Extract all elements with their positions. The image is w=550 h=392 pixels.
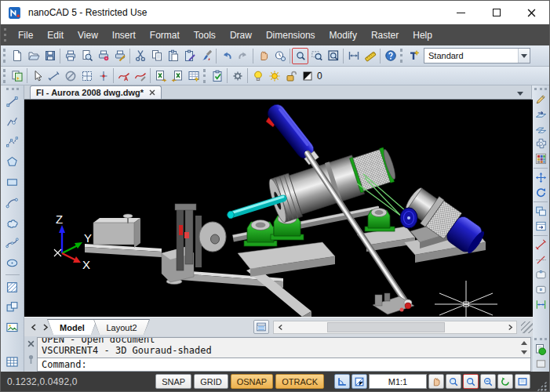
point-snap-icon[interactable] — [95, 67, 111, 84]
spline-icon[interactable] — [3, 234, 22, 252]
zoom-out-icon[interactable] — [480, 374, 496, 389]
menu-edit[interactable]: Edit — [40, 25, 71, 45]
scroll-down-icon[interactable] — [521, 350, 527, 354]
pan-icon[interactable] — [428, 374, 444, 389]
close-icon[interactable] — [27, 340, 35, 347]
layer-sun-icon[interactable] — [266, 67, 282, 84]
zoom-dynamic-icon[interactable] — [308, 48, 325, 64]
no-snap-icon[interactable] — [62, 67, 78, 84]
zoom-extents-icon[interactable] — [325, 48, 341, 64]
sketch-icon[interactable] — [533, 92, 548, 107]
zoom-time-icon[interactable] — [271, 48, 288, 64]
resize-grip[interactable] — [521, 321, 533, 333]
orbit-icon[interactable] — [533, 185, 548, 200]
snap-toggle[interactable]: SNAP — [155, 374, 191, 389]
zoom-window-icon[interactable] — [292, 48, 308, 64]
close-button[interactable] — [514, 1, 549, 24]
scroll-up-icon[interactable] — [521, 341, 527, 345]
save-icon[interactable] — [42, 48, 58, 64]
menu-dimensions[interactable]: Dimensions — [259, 25, 322, 45]
paste-icon[interactable] — [165, 48, 181, 64]
polyline-icon[interactable] — [3, 113, 22, 132]
edit-spline-icon[interactable] — [132, 67, 148, 84]
gear-icon[interactable] — [229, 67, 246, 84]
combo-dropdown-button[interactable] — [518, 49, 530, 63]
viewports-icon[interactable] — [533, 204, 548, 219]
tab-close-button[interactable] — [149, 89, 155, 96]
pin-icon[interactable] — [27, 354, 35, 365]
copy-properties-icon[interactable] — [9, 67, 25, 84]
distance-icon[interactable] — [345, 48, 362, 64]
tab-overflow-button[interactable] — [517, 92, 523, 96]
osnap-toggle[interactable]: OSNAP — [231, 374, 274, 389]
flange-icon[interactable] — [533, 136, 548, 151]
menu-raster[interactable]: Raster — [364, 25, 406, 45]
paste-special-icon[interactable] — [181, 48, 198, 64]
scale-field[interactable]: M1:1 — [369, 374, 427, 389]
fullscreen-icon[interactable] — [515, 374, 530, 389]
horizontal-scrollbar[interactable] — [273, 321, 517, 334]
layout-frame-icon[interactable] — [533, 267, 548, 282]
document-tab[interactable]: Fl - Aurora 2008 dwg.dwg* — [30, 85, 162, 99]
toolbar-grip[interactable] — [3, 69, 6, 83]
grid-toggle[interactable]: GRID — [194, 374, 228, 389]
measure-offset-icon[interactable] — [533, 252, 548, 267]
history-scrollbar[interactable] — [519, 339, 530, 357]
table-icon[interactable] — [3, 352, 22, 371]
excel-import-icon[interactable] — [152, 67, 169, 84]
tab-model[interactable]: Model — [47, 319, 97, 335]
minimize-button[interactable] — [443, 1, 479, 24]
polyline-3d-icon[interactable] — [3, 132, 22, 151]
drawing-manager-icon[interactable] — [533, 357, 548, 372]
window-resize-grip[interactable] — [537, 381, 547, 391]
sheet-list-button[interactable] — [253, 320, 269, 334]
plot-stamp-icon[interactable] — [111, 48, 128, 64]
menu-view[interactable]: View — [71, 25, 105, 45]
image-icon[interactable] — [3, 318, 22, 337]
menu-format[interactable]: Format — [143, 25, 187, 45]
maximize-button[interactable] — [479, 1, 514, 24]
toolbar-grip[interactable] — [203, 69, 206, 83]
menubar-grip[interactable] — [4, 28, 7, 42]
named-view-icon[interactable] — [533, 219, 548, 234]
toolbar-grip[interactable] — [3, 49, 6, 63]
insert-block-icon[interactable] — [3, 298, 22, 317]
redo-icon[interactable] — [235, 48, 251, 64]
menu-file[interactable]: File — [11, 25, 40, 45]
menu-modify[interactable]: Modify — [322, 25, 364, 45]
help-icon[interactable] — [382, 48, 399, 64]
menu-draw[interactable]: Draw — [223, 25, 259, 45]
command-history[interactable]: OPEN - Open document VSCURRENT4 - 3D Gou… — [37, 337, 531, 358]
open-icon[interactable] — [25, 48, 42, 64]
otrack-toggle[interactable]: OTRACK — [275, 374, 324, 389]
line-icon[interactable] — [3, 93, 22, 111]
toolbar-grip[interactable] — [400, 49, 403, 63]
print-icon[interactable] — [62, 48, 78, 64]
layout-frame-2-icon[interactable] — [533, 282, 548, 297]
tab-layout2[interactable]: Layout2 — [93, 319, 150, 335]
cut-icon[interactable] — [132, 48, 148, 64]
polygon-icon[interactable] — [3, 153, 22, 172]
pan-icon[interactable] — [533, 170, 548, 185]
arc-icon[interactable] — [3, 194, 22, 212]
layer-unlock-icon[interactable] — [282, 67, 299, 84]
print-preview-icon[interactable] — [78, 48, 95, 64]
clipboard-check-icon[interactable] — [209, 67, 225, 84]
excel-export-icon[interactable] — [169, 67, 185, 84]
scrollbar-thumb[interactable] — [327, 322, 445, 332]
text-style-icon[interactable] — [406, 48, 422, 64]
annotate-spline-icon[interactable] — [115, 67, 132, 84]
hatch-icon[interactable] — [3, 278, 22, 296]
scroll-left-button[interactable] — [274, 321, 286, 333]
measure-red-icon[interactable] — [533, 238, 548, 252]
layer-name-value[interactable]: 0 — [317, 71, 322, 82]
scroll-right-button[interactable] — [504, 321, 516, 333]
layer-color-icon[interactable] — [299, 67, 315, 84]
sheet-prev-button[interactable] — [27, 321, 39, 333]
regen-icon[interactable] — [497, 374, 513, 389]
drawing-sheets-icon[interactable] — [533, 342, 548, 357]
dimension-icon[interactable] — [533, 297, 548, 312]
table-edit-icon[interactable] — [185, 67, 202, 84]
menu-insert[interactable]: Insert — [105, 25, 143, 45]
new-icon[interactable] — [9, 48, 25, 64]
